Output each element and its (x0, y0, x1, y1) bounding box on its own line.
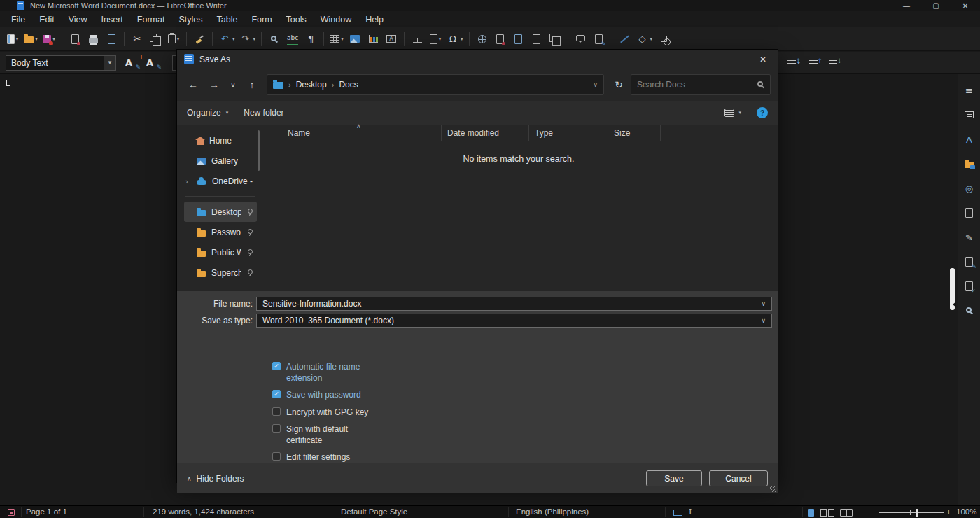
insert-endnote-icon[interactable] (510, 31, 527, 48)
checkbox-icon[interactable]: ✓ (272, 362, 281, 370)
resize-grip[interactable] (770, 486, 776, 492)
chevron-down-icon[interactable]: ▼ (104, 56, 115, 70)
hyperlink-icon[interactable] (474, 31, 491, 48)
breadcrumb-desktop[interactable]: Desktop (296, 80, 327, 90)
book-view-icon[interactable] (840, 509, 853, 517)
accessibility-check-icon[interactable] (962, 279, 977, 294)
menu-format[interactable]: Format (130, 11, 172, 27)
styles-icon[interactable]: A (962, 132, 977, 147)
cancel-button[interactable]: Cancel (709, 470, 768, 486)
cut-icon[interactable]: ✂ (129, 31, 146, 48)
menu-view[interactable]: View (62, 11, 94, 27)
cross-reference-icon[interactable] (547, 31, 564, 48)
column-header-type[interactable]: Type (529, 125, 608, 141)
menu-tools[interactable]: Tools (279, 11, 314, 27)
sidebar-item-home[interactable]: Home (184, 130, 257, 150)
insert-table-icon[interactable]: ▾ (328, 31, 345, 48)
manage-changes-icon[interactable] (962, 254, 977, 270)
close-button[interactable]: ✕ (951, 0, 980, 11)
new-style-icon[interactable]: A (141, 55, 158, 71)
paste-icon[interactable]: ▾ (165, 31, 182, 48)
sidebar-item-password[interactable]: Password (184, 222, 257, 242)
new-document-icon[interactable]: ▾ (4, 31, 21, 48)
save-as-type-select[interactable]: Word 2010–365 Document (*.docx) ∨ (256, 314, 772, 328)
menu-table[interactable]: Table (209, 11, 244, 27)
sidebar-item-public-wi[interactable]: Public Wi (184, 242, 257, 262)
breadcrumb-docs[interactable]: Docs (339, 80, 358, 90)
basic-shapes-icon[interactable]: ◇▾ (635, 31, 654, 48)
sidebar-item-onedrive-p[interactable]: ›OneDrive - P (184, 171, 257, 191)
open-icon[interactable]: ▾ (22, 31, 39, 48)
column-header-size[interactable]: Size (608, 125, 661, 141)
column-header-name[interactable]: Name (260, 125, 442, 141)
sidebar-handle-icon[interactable] (950, 302, 956, 307)
page-icon[interactable] (962, 205, 977, 220)
text-language[interactable]: English (Philippines) (516, 507, 589, 516)
menu-edit[interactable]: Edit (32, 11, 62, 27)
recent-locations-button[interactable]: ∨ (226, 76, 240, 94)
menu-insert[interactable]: Insert (94, 11, 130, 27)
organize-button[interactable]: Organize ▾ (187, 108, 228, 118)
insert-bookmark-icon[interactable] (528, 31, 545, 48)
selection-mode-icon[interactable] (673, 510, 682, 516)
properties-icon[interactable] (962, 107, 977, 122)
checkbox-icon[interactable] (272, 452, 281, 461)
back-button[interactable]: ← (184, 76, 202, 94)
menu-form[interactable]: Form (244, 11, 279, 27)
chevron-down-icon[interactable]: ∨ (761, 317, 766, 324)
dialog-close-button[interactable]: ✕ (748, 50, 778, 69)
page-break-icon[interactable] (409, 31, 426, 48)
save-button[interactable]: Save (646, 470, 702, 486)
line-spacing-icon[interactable]: ▾ (785, 55, 802, 71)
insert-field-icon[interactable]: ▾ (427, 31, 444, 48)
page-style[interactable]: Default Page Style (341, 507, 407, 516)
track-changes-icon[interactable] (591, 31, 608, 48)
checkbox-icon[interactable]: ✓ (272, 390, 281, 398)
chevron-down-icon[interactable]: ∨ (761, 300, 766, 307)
show-draw-functions-icon[interactable] (655, 31, 672, 48)
checkbox-encrypt-with-gpg-key[interactable]: Encrypt with GPG key (272, 407, 778, 418)
paragraph-style-combobox[interactable]: Body Text ▼ (6, 55, 116, 71)
search-input[interactable] (637, 80, 757, 90)
address-dropdown-icon[interactable]: ∨ (593, 81, 598, 88)
insert-image-icon[interactable] (346, 31, 363, 48)
multi-page-view-icon[interactable] (820, 509, 834, 517)
insert-line-icon[interactable] (617, 31, 634, 48)
checkbox-sign-with-default-certificate[interactable]: Sign with default certificate (272, 424, 778, 446)
up-button[interactable]: ↑ (243, 76, 261, 94)
menu-window[interactable]: Window (314, 11, 358, 27)
clone-formatting-icon[interactable] (191, 31, 208, 48)
save-status-icon[interactable] (8, 509, 15, 516)
checkbox-icon[interactable] (272, 424, 281, 433)
menu-help[interactable]: Help (358, 11, 391, 27)
help-button[interactable]: ? (757, 107, 768, 118)
zoom-slider[interactable] (879, 512, 944, 513)
zoom-slider-thumb[interactable] (916, 509, 918, 517)
zoom-in-button[interactable]: + (946, 507, 951, 516)
insert-comment-icon[interactable] (573, 31, 589, 48)
column-header-date-modified[interactable]: Date modified (442, 125, 529, 141)
special-character-icon[interactable]: Ω▾ (445, 31, 465, 48)
maximize-button[interactable]: ▢ (921, 0, 951, 11)
style-inspector-icon[interactable]: ✎ (962, 230, 977, 245)
print-icon[interactable] (85, 31, 102, 48)
save-icon[interactable]: ▾ (41, 31, 57, 48)
refresh-button[interactable]: ↻ (610, 76, 628, 94)
checkbox-automatic-file-name-extension[interactable]: ✓Automatic file name extension (272, 361, 778, 384)
menu-file[interactable]: File (4, 11, 32, 27)
checkbox-save-with-password[interactable]: ✓Save with password (272, 389, 778, 400)
hide-folders-button[interactable]: ∧ Hide Folders (187, 474, 244, 484)
single-page-view-icon[interactable] (808, 509, 814, 517)
update-style-icon[interactable]: A (120, 55, 137, 71)
page-count[interactable]: Page 1 of 1 (26, 507, 67, 516)
view-mode-button[interactable]: ▾ (724, 108, 741, 117)
export-pdf-icon[interactable] (66, 31, 83, 48)
new-folder-button[interactable]: New folder (244, 108, 284, 118)
chevron-right-icon[interactable]: › (186, 177, 188, 186)
forward-button[interactable]: → (205, 76, 223, 94)
insert-chart-icon[interactable] (365, 31, 382, 48)
formatting-marks-icon[interactable]: ¶ (302, 31, 319, 48)
checkbox-icon[interactable] (272, 407, 281, 416)
sidebar-item-supercha[interactable]: Supercha (184, 262, 257, 283)
insert-footnote-icon[interactable] (492, 31, 509, 48)
